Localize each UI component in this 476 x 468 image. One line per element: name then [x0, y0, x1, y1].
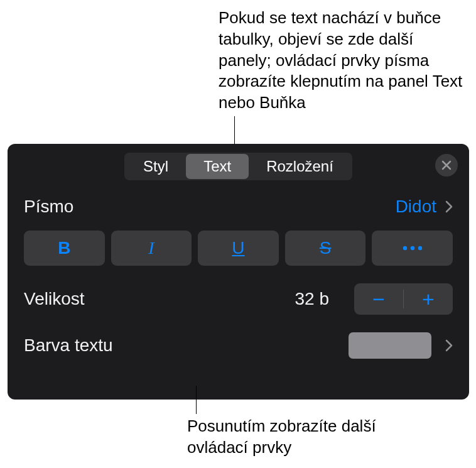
close-button[interactable] — [435, 154, 458, 177]
font-value-group: Didot — [396, 197, 453, 217]
color-swatch[interactable] — [349, 332, 431, 359]
tab-text[interactable]: Text — [186, 154, 249, 179]
callout-top-text: Pokud se text nachází v buňce tabulky, o… — [219, 8, 467, 114]
tab-bar: Styl Text Rozložení — [8, 144, 469, 187]
size-controls: 32 b − + — [295, 283, 453, 315]
text-style-buttons: B I U S — [8, 227, 469, 276]
italic-glyph: I — [148, 238, 154, 258]
tab-style[interactable]: Styl — [126, 154, 186, 179]
size-decrease-button[interactable]: − — [354, 283, 403, 315]
close-icon — [441, 160, 452, 170]
strike-glyph: S — [320, 238, 332, 258]
font-label: Písmo — [24, 197, 73, 217]
segmented-control: Styl Text Rozložení — [124, 153, 352, 180]
size-increase-button[interactable]: + — [404, 283, 453, 315]
svg-point-1 — [410, 246, 414, 250]
size-label: Velikost — [24, 289, 85, 309]
size-value: 32 b — [295, 289, 330, 309]
underline-button[interactable]: U — [198, 231, 279, 266]
italic-button[interactable]: I — [111, 231, 192, 266]
tab-layout[interactable]: Rozložení — [249, 154, 351, 179]
ellipsis-icon — [403, 246, 423, 251]
callout-bottom-text: Posunutím zobrazíte další ovládací prvky — [187, 416, 401, 459]
text-color-label: Barva textu — [24, 335, 113, 356]
chevron-right-icon — [445, 339, 453, 352]
callout-leader-line-bottom — [196, 386, 197, 414]
callout-leader-line-top — [234, 116, 235, 145]
chevron-right-icon — [445, 200, 453, 213]
text-color-controls — [349, 332, 453, 359]
more-options-button[interactable] — [372, 231, 453, 266]
svg-point-0 — [403, 246, 406, 250]
strikethrough-button[interactable]: S — [285, 231, 366, 266]
font-name: Didot — [396, 197, 436, 217]
format-panel: Styl Text Rozložení Písmo Didot B I U S — [8, 144, 469, 400]
svg-point-2 — [418, 246, 421, 250]
bold-glyph: B — [58, 238, 70, 258]
underline-glyph: U — [232, 238, 244, 258]
text-color-row[interactable]: Barva textu — [8, 322, 469, 369]
bold-button[interactable]: B — [24, 231, 105, 266]
size-stepper: − + — [354, 283, 453, 315]
font-row[interactable]: Písmo Didot — [8, 187, 469, 227]
size-row: Velikost 32 b − + — [8, 276, 469, 322]
